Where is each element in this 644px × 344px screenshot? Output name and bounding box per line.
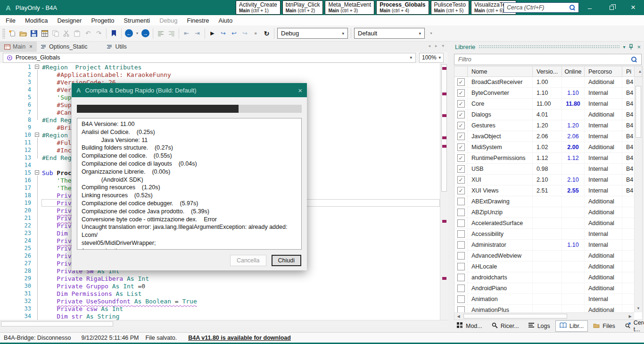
library-checkbox[interactable] <box>457 285 465 292</box>
menu-finestre[interactable]: Finestre <box>182 16 214 25</box>
tab-utils[interactable]: Utils <box>103 42 131 52</box>
tab-list-icon[interactable]: ▾ <box>442 43 444 48</box>
library-checkbox[interactable] <box>457 209 465 216</box>
minimize-button[interactable]: – <box>579 0 601 15</box>
tab-options-static[interactable]: Options_Static <box>37 42 91 52</box>
table-vertical-scrollbar[interactable]: ▼ <box>634 77 642 312</box>
library-checkbox[interactable]: ✓ <box>457 100 465 108</box>
code-line-2[interactable]: 2 #ApplicationLabel: KaraokeFunny <box>0 71 440 78</box>
library-row[interactable]: AnimationPlusAdditional <box>454 305 634 312</box>
scrollbar-thumb[interactable] <box>636 86 641 138</box>
library-row[interactable]: AccessibilityInternal <box>454 229 634 240</box>
save-icon[interactable] <box>28 27 39 40</box>
code-line-32[interactable]: 32 Private UseSoundfont As Boolean = Tru… <box>0 297 440 305</box>
panel-drag-handle[interactable] <box>479 45 619 49</box>
dock-tab-files[interactable]: Files <box>589 321 619 332</box>
library-checkbox[interactable]: ✓ <box>457 89 465 97</box>
library-checkbox[interactable]: ✓ <box>457 111 465 118</box>
library-row[interactable]: ✓XUI Views2.512.55InternalB4 <box>454 185 634 196</box>
code-line-30[interactable]: 30 Private Gruppo As Int =0 <box>0 282 440 290</box>
cut-icon[interactable] <box>61 27 72 40</box>
menu-debug[interactable]: Debug <box>155 16 182 25</box>
fold-toggle-icon[interactable]: − <box>35 170 39 175</box>
resume-icon[interactable]: ↪ <box>218 27 229 40</box>
zoom-select[interactable]: 100% ▾ <box>419 53 444 63</box>
scroll-left-icon[interactable]: ◀ <box>454 313 462 319</box>
copy-icon[interactable] <box>50 27 61 40</box>
scrollbar-thumb[interactable] <box>1 321 113 327</box>
search-input[interactable] <box>507 4 570 11</box>
library-row[interactable]: AdvancedWebviewAdditional <box>454 251 634 261</box>
scrollbar-thumb[interactable] <box>463 314 567 319</box>
pin-icon[interactable] <box>628 44 634 50</box>
member-navigation-select[interactable]: Process_Globals ▾ <box>3 53 416 63</box>
library-row[interactable]: AndroidPianoAdditional <box>454 283 634 294</box>
dock-tab-ricer[interactable]: Ricer... <box>487 320 523 332</box>
library-row[interactable]: ✓BroadCastReceiver1.00AdditionalB4 <box>454 77 634 88</box>
navigate-forward-icon[interactable]: → <box>140 27 151 40</box>
dialog-close-icon[interactable]: × <box>298 86 302 94</box>
step-out-icon[interactable]: ↪ <box>239 27 250 40</box>
library-row[interactable]: ✓Dialogs4.01AdditionalB4 <box>454 109 634 120</box>
library-row[interactable]: ✓Core11.0011.80InternalB4 <box>454 99 634 109</box>
indent-icon[interactable]: ⇥ <box>192 27 203 40</box>
library-checkbox[interactable] <box>457 241 465 249</box>
restart-icon[interactable]: ↻ <box>261 27 272 40</box>
code-line-34[interactable]: 34 Dim str As String <box>0 312 440 320</box>
library-row[interactable]: ✓JavaObject2.062.06InternalB4 <box>454 131 634 142</box>
column-versione[interactable]: Versio... <box>533 67 562 76</box>
library-row[interactable]: AcceleratedSurfaceAdditional <box>454 218 634 229</box>
chiudi-button[interactable]: Chiudi <box>272 255 301 266</box>
menu-strumenti[interactable]: Strumenti <box>119 16 155 25</box>
column-checkbox[interactable] <box>454 67 468 76</box>
library-checkbox[interactable] <box>457 219 465 227</box>
fold-toggle-icon[interactable]: − <box>35 65 39 69</box>
library-row[interactable]: ABExtDrawingAdditional <box>454 196 634 207</box>
library-checkbox[interactable]: ✓ <box>457 78 465 86</box>
undo-icon[interactable]: ↶ <box>83 27 93 40</box>
library-checkbox[interactable]: ✓ <box>457 176 465 184</box>
tab-scroll-left-icon[interactable]: ◂ <box>428 43 430 48</box>
search-icon[interactable] <box>570 5 576 11</box>
tab-main[interactable]: Main × <box>0 42 37 52</box>
column-online[interactable]: Online <box>562 67 585 76</box>
quick-tab-btnplay_click[interactable]: btnPlay_ClickMain(ctrl + 2) <box>282 0 323 15</box>
export-project-icon[interactable] <box>39 27 50 40</box>
outdent-icon[interactable]: ⇤ <box>181 27 192 40</box>
library-checkbox[interactable] <box>457 198 465 205</box>
code-line-31[interactable]: 31 Dim Permissions As List <box>0 290 440 297</box>
library-row[interactable]: androidchartsAdditional <box>454 272 634 283</box>
toolbar-overflow-icon[interactable]: ▾ <box>426 27 437 40</box>
library-checkbox[interactable]: ✓ <box>457 165 465 173</box>
quick-tab-puliscetesto[interactable]: PulisceTestoMain(ctrl + 5) <box>431 0 469 15</box>
filter-input[interactable] <box>458 56 631 63</box>
library-checkbox[interactable] <box>457 295 465 303</box>
toolbar-grip[interactable] <box>2 28 5 39</box>
close-panel-icon[interactable]: × <box>637 43 641 50</box>
quick-tab-meta_metaevent[interactable]: Meta_MetaEventMain(ctrl + 3) <box>325 0 374 15</box>
library-checkbox[interactable]: ✓ <box>457 122 465 129</box>
bookmark-icon[interactable] <box>108 27 119 40</box>
cancella-button[interactable]: Cancella <box>230 255 266 266</box>
navigate-back-icon[interactable]: ← <box>124 27 134 40</box>
menu-designer[interactable]: Designer <box>52 16 86 25</box>
library-checkbox[interactable] <box>457 263 465 270</box>
panel-menu-icon[interactable]: ▾ <box>623 44 625 50</box>
library-row[interactable]: AHLocaleAdditional <box>454 261 634 272</box>
code-line-29[interactable]: 29 Private RigaLibera As Int <box>0 275 440 282</box>
compile-log[interactable]: B4A Versione: 11.00Analisi del Codice. (… <box>77 118 302 250</box>
library-row[interactable]: AnimationInternal <box>454 294 634 305</box>
library-row[interactable]: ✓Gestures1.201.20InternalB4 <box>454 120 634 131</box>
table-horizontal-scrollbar[interactable]: ◀ ▶ <box>454 312 634 319</box>
titlebar-search[interactable] <box>504 2 579 13</box>
stop-icon[interactable]: ■ <box>250 27 261 40</box>
tab-scroll-right-icon[interactable]: ▸ <box>435 43 438 48</box>
library-row[interactable]: ✓USB0.98InternalB4 <box>454 164 634 175</box>
editor-vertical-scrollbar[interactable] <box>440 63 448 320</box>
new-project-icon[interactable] <box>7 27 17 40</box>
library-filter[interactable] <box>454 54 642 65</box>
library-row[interactable]: ABZipUnzipAdditional <box>454 207 634 218</box>
library-row[interactable]: ✓MidiSystem1.022.00AdditionalB4 <box>454 142 634 153</box>
menu-file[interactable]: File <box>1 16 20 25</box>
quick-tab-activity_create[interactable]: Activity_CreateMain(ctrl + 1) <box>236 0 281 15</box>
